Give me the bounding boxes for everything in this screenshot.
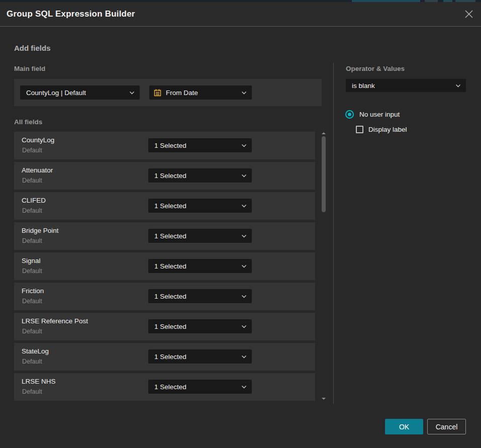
close-icon <box>463 9 474 20</box>
field-row: SignalDefault1 Selected <box>14 252 315 280</box>
chevron-down-icon <box>241 355 247 359</box>
field-subtitle: Default <box>22 207 42 214</box>
cancel-button[interactable]: Cancel <box>427 419 466 434</box>
chevron-down-icon <box>241 144 247 147</box>
field-selected-value: 1 Selected <box>148 172 241 180</box>
main-field-dropdown[interactable]: CountyLog | Default <box>20 85 140 100</box>
field-selected-dropdown[interactable]: 1 Selected <box>148 289 252 303</box>
chevron-down-icon <box>241 325 247 328</box>
field-name: StateLog <box>22 347 49 355</box>
field-selected-value: 1 Selected <box>148 383 241 391</box>
close-button[interactable] <box>463 9 474 20</box>
operator-values-label: Operator & Values <box>346 65 405 72</box>
group-sql-expression-builder-dialog: Group SQL Expression Builder Add fields … <box>0 2 481 448</box>
field-subtitle: Default <box>22 328 42 335</box>
field-row: AttenuatorDefault1 Selected <box>14 162 315 190</box>
field-subtitle: Default <box>22 358 42 365</box>
chevron-down-icon <box>129 91 135 95</box>
chevron-down-icon <box>241 385 247 389</box>
field-selected-dropdown[interactable]: 1 Selected <box>148 168 252 183</box>
main-field-dropdown-value: CountyLog | Default <box>20 89 129 97</box>
field-selected-dropdown[interactable]: 1 Selected <box>148 380 252 394</box>
field-row: CLIFEDDefault1 Selected <box>14 192 315 220</box>
scrollbar-down-arrow[interactable] <box>322 398 326 400</box>
field-selected-value: 1 Selected <box>148 232 241 240</box>
field-selected-value: 1 Selected <box>148 323 241 330</box>
dialog-title: Group SQL Expression Builder <box>7 2 135 26</box>
field-name: Signal <box>22 257 41 264</box>
chevron-down-icon <box>241 295 247 298</box>
field-selected-dropdown[interactable]: 1 Selected <box>148 259 252 273</box>
field-name: LRSE NHS <box>22 378 56 385</box>
scrollbar-up-arrow[interactable] <box>322 132 326 134</box>
field-selected-dropdown[interactable]: 1 Selected <box>148 229 252 243</box>
checkbox-unchecked-icon[interactable] <box>356 126 363 133</box>
field-selected-value: 1 Selected <box>148 202 241 210</box>
operator-dropdown[interactable]: is blank <box>346 79 466 92</box>
field-name: LRSE Reference Post <box>22 317 88 325</box>
field-name: CLIFED <box>22 197 46 204</box>
field-subtitle: Default <box>22 147 42 154</box>
field-selected-dropdown[interactable]: 1 Selected <box>148 349 252 364</box>
display-label-checkbox-row[interactable]: Display label <box>356 126 407 133</box>
field-subtitle: Default <box>22 237 42 244</box>
display-label-text: Display label <box>368 126 407 133</box>
dialog-titlebar: Group SQL Expression Builder <box>0 2 481 26</box>
field-selected-value: 1 Selected <box>148 353 241 361</box>
field-subtitle: Default <box>22 267 42 275</box>
chevron-down-icon <box>241 264 247 268</box>
chevron-down-icon <box>455 84 461 87</box>
field-row: StateLogDefault1 Selected <box>14 343 315 371</box>
all-fields-label: All fields <box>14 118 42 126</box>
field-subtitle: Default <box>22 388 42 395</box>
main-field-panel: CountyLog | Default From Date <box>14 79 322 106</box>
no-user-input-label: No user input <box>359 111 400 118</box>
operator-dropdown-value: is blank <box>346 82 455 89</box>
panel-divider <box>333 63 334 404</box>
field-name: Bridge Point <box>22 227 59 234</box>
chevron-down-icon <box>241 91 247 95</box>
field-row: LRSE NHSDefault1 Selected <box>14 373 315 401</box>
field-selected-dropdown[interactable]: 1 Selected <box>148 138 252 152</box>
field-subtitle: Default <box>22 298 42 305</box>
field-name: CountyLog <box>22 136 54 144</box>
date-dropdown-value: From Date <box>161 89 241 97</box>
chevron-down-icon <box>241 234 247 238</box>
ok-button[interactable]: OK <box>385 419 423 434</box>
field-name: Friction <box>22 287 44 295</box>
field-selected-value: 1 Selected <box>148 293 241 300</box>
field-row: LRSE Reference PostDefault1 Selected <box>14 313 315 340</box>
field-name: Attenuator <box>22 166 53 174</box>
field-selected-value: 1 Selected <box>148 262 241 270</box>
title-divider <box>0 26 481 27</box>
add-fields-heading: Add fields <box>14 44 51 52</box>
chevron-down-icon <box>241 174 247 177</box>
radio-selected-icon[interactable] <box>345 110 354 119</box>
main-field-date-dropdown[interactable]: From Date <box>149 85 252 100</box>
field-row: CountyLogDefault1 Selected <box>14 132 315 159</box>
no-user-input-radio-row[interactable]: No user input <box>345 110 400 119</box>
chevron-down-icon <box>241 204 247 208</box>
field-row: Bridge PointDefault1 Selected <box>14 222 315 250</box>
main-field-label: Main field <box>14 65 45 72</box>
field-subtitle: Default <box>22 177 42 184</box>
field-selected-dropdown[interactable]: 1 Selected <box>148 199 252 213</box>
scrollbar-thumb[interactable] <box>322 136 326 212</box>
calendar-icon <box>154 89 161 97</box>
field-selected-dropdown[interactable]: 1 Selected <box>148 319 252 333</box>
field-row: FrictionDefault1 Selected <box>14 283 315 310</box>
field-selected-value: 1 Selected <box>148 142 241 149</box>
